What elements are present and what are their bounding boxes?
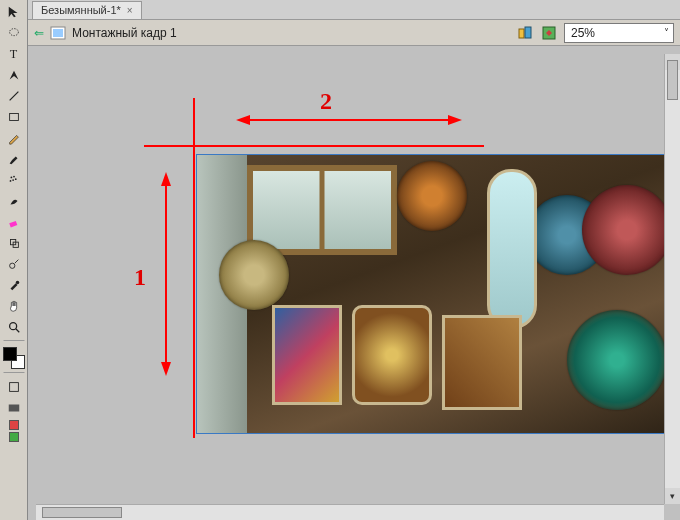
svg-marker-27 xyxy=(161,172,171,186)
close-tab-icon[interactable]: × xyxy=(127,5,133,16)
svg-marker-28 xyxy=(161,362,171,376)
arrange-icon[interactable] xyxy=(516,24,534,42)
annotation-label-1: 1 xyxy=(134,264,146,291)
chevron-down-icon: ˅ xyxy=(664,27,669,38)
svg-marker-31 xyxy=(448,115,462,125)
horizontal-scroll-thumb[interactable] xyxy=(42,507,122,518)
svg-rect-17 xyxy=(9,383,18,392)
tool-separator xyxy=(3,340,25,342)
lasso-tool[interactable] xyxy=(3,23,25,43)
zoom-tool[interactable] xyxy=(3,317,25,337)
horizontal-scrollbar[interactable] xyxy=(36,504,664,520)
back-arrow-icon[interactable]: ⇐ xyxy=(34,26,44,40)
svg-rect-22 xyxy=(525,27,531,38)
zoom-select[interactable]: 25% ˅ xyxy=(564,23,674,43)
svg-point-12 xyxy=(9,263,14,268)
vertical-scrollbar[interactable]: ▴ ▾ xyxy=(664,54,680,504)
svg-point-7 xyxy=(14,178,16,180)
screen-mode-normal[interactable] xyxy=(3,377,25,397)
svg-line-2 xyxy=(9,92,18,101)
zoom-value: 25% xyxy=(571,26,595,40)
hand-tool[interactable] xyxy=(3,296,25,316)
svg-line-13 xyxy=(14,260,18,264)
svg-point-0 xyxy=(9,29,18,36)
quickmask-toggle[interactable] xyxy=(3,419,25,443)
tool-separator xyxy=(3,372,25,374)
document-tab[interactable]: Безымянный-1* × xyxy=(32,1,142,19)
vertical-scroll-thumb[interactable] xyxy=(667,60,678,100)
options-bar: ⇐ Монтажный кадр 1 25% ˅ xyxy=(28,20,680,46)
placed-image[interactable] xyxy=(196,154,664,434)
svg-point-5 xyxy=(13,176,15,178)
annotation-label-2: 2 xyxy=(320,88,332,115)
frame-icon xyxy=(50,26,66,40)
svg-text:T: T xyxy=(9,47,17,61)
eyedropper-tool[interactable] xyxy=(3,275,25,295)
svg-point-6 xyxy=(12,179,14,181)
clone-tool[interactable] xyxy=(3,233,25,253)
document-tab-title: Безымянный-1* xyxy=(41,4,121,16)
svg-rect-20 xyxy=(53,29,63,37)
svg-point-14 xyxy=(15,281,19,285)
foreground-color-swatch[interactable] xyxy=(3,347,17,361)
svg-point-4 xyxy=(10,177,12,179)
type-tool[interactable]: T xyxy=(3,44,25,64)
dodge-tool[interactable] xyxy=(3,254,25,274)
svg-marker-30 xyxy=(236,115,250,125)
view-options-icon[interactable] xyxy=(540,24,558,42)
rectangle-tool[interactable] xyxy=(3,107,25,127)
pencil-tool[interactable] xyxy=(3,128,25,148)
svg-rect-3 xyxy=(9,114,18,121)
spray-tool[interactable] xyxy=(3,170,25,190)
color-swatches[interactable] xyxy=(3,347,25,369)
svg-rect-18 xyxy=(8,405,19,412)
line-tool[interactable] xyxy=(3,86,25,106)
smudge-tool[interactable] xyxy=(3,191,25,211)
eraser-tool[interactable] xyxy=(3,212,25,232)
breadcrumb-label: Монтажный кадр 1 xyxy=(72,26,177,40)
canvas-area: 1 2 ▴ ▾ xyxy=(28,46,680,520)
move-tool[interactable] xyxy=(3,2,25,22)
tool-panel: T xyxy=(0,0,28,520)
brush-tool[interactable] xyxy=(3,149,25,169)
svg-point-15 xyxy=(9,323,16,330)
screen-mode-full[interactable] xyxy=(3,398,25,418)
svg-line-16 xyxy=(15,329,19,333)
svg-point-8 xyxy=(9,180,11,182)
document-tab-bar: Безымянный-1* × xyxy=(28,0,680,20)
svg-rect-21 xyxy=(519,29,524,38)
scroll-down-arrow[interactable]: ▾ xyxy=(665,488,680,504)
canvas-viewport[interactable]: 1 2 xyxy=(36,54,664,504)
svg-rect-9 xyxy=(9,221,17,228)
pen-tool[interactable] xyxy=(3,65,25,85)
